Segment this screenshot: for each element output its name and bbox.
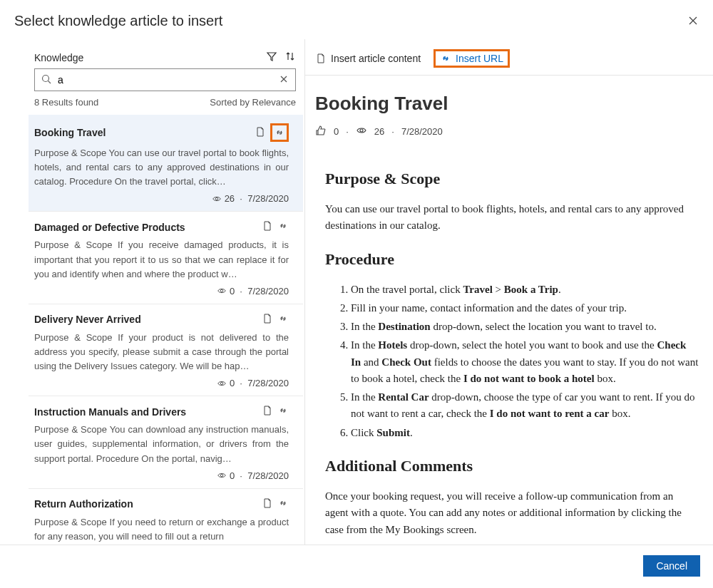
article-meta: 0 · 26 · 7/28/2020 bbox=[315, 125, 703, 138]
article-title: Booking Travel bbox=[315, 93, 703, 115]
svg-point-2 bbox=[43, 75, 49, 81]
insert-content-icon[interactable] bbox=[255, 126, 266, 140]
result-title: Instruction Manuals and Drivers bbox=[34, 406, 186, 418]
insert-content-icon[interactable] bbox=[262, 405, 273, 418]
svg-point-11 bbox=[360, 129, 363, 132]
result-item[interactable]: Damaged or Defective ProductsPurpose & S… bbox=[29, 212, 303, 304]
svg-point-7 bbox=[220, 290, 223, 293]
search-input-wrapper[interactable] bbox=[34, 68, 296, 91]
result-title: Delivery Never Arrived bbox=[34, 314, 141, 325]
close-icon[interactable] bbox=[687, 14, 699, 29]
article-panel: Insert article content Insert URL Bookin… bbox=[305, 39, 713, 545]
article-date: 7/28/2020 bbox=[401, 126, 443, 137]
insert-link-icon[interactable] bbox=[270, 123, 289, 142]
article-body: Purpose & ScopeYou can use our travel po… bbox=[315, 167, 703, 538]
result-meta: 0 · 7/28/2020 bbox=[34, 378, 289, 388]
insert-link-icon[interactable] bbox=[277, 220, 289, 234]
svg-line-3 bbox=[48, 81, 51, 83]
result-item[interactable]: Booking TravelPurpose & Scope You can us… bbox=[29, 115, 303, 212]
views-icon bbox=[356, 125, 367, 138]
result-snippet: Purpose & Scope If you receive damaged p… bbox=[34, 238, 289, 281]
filter-icon[interactable] bbox=[266, 51, 277, 64]
insert-link-icon[interactable] bbox=[277, 313, 289, 326]
insert-content-icon[interactable] bbox=[262, 497, 273, 511]
search-icon bbox=[41, 73, 52, 87]
views-count: 26 bbox=[374, 126, 384, 137]
result-meta: 26 · 7/28/2020 bbox=[34, 193, 289, 204]
results-list[interactable]: Booking TravelPurpose & Scope You can us… bbox=[29, 115, 304, 545]
insert-link-icon[interactable] bbox=[277, 405, 289, 418]
result-snippet: Purpose & Scope You can download any ins… bbox=[34, 423, 289, 465]
result-snippet: Purpose & Scope You can use our travel p… bbox=[34, 146, 289, 189]
search-input[interactable] bbox=[58, 74, 272, 86]
modal-title: Select knowledge article to insert bbox=[14, 13, 222, 29]
result-meta: 0 · 7/28/2020 bbox=[34, 286, 289, 296]
modal-header: Select knowledge article to insert bbox=[0, 0, 713, 39]
tab-insert-content[interactable]: Insert article content bbox=[315, 53, 421, 64]
like-count: 0 bbox=[334, 126, 339, 137]
result-snippet: Purpose & Scope If you need to return or… bbox=[34, 515, 289, 544]
insert-content-icon[interactable] bbox=[262, 313, 273, 326]
tab-insert-url-label: Insert URL bbox=[456, 53, 503, 64]
result-title: Return Authorization bbox=[34, 498, 133, 510]
result-meta: 0 · 7/28/2020 bbox=[34, 470, 289, 481]
result-snippet: Purpose & Scope If your product is not d… bbox=[34, 331, 289, 373]
sort-icon[interactable] bbox=[284, 51, 296, 64]
svg-point-6 bbox=[215, 197, 218, 200]
tab-insert-content-label: Insert article content bbox=[331, 53, 421, 64]
svg-point-9 bbox=[220, 474, 223, 477]
result-item[interactable]: Instruction Manuals and DriversPurpose &… bbox=[29, 396, 303, 488]
knowledge-label: Knowledge bbox=[34, 52, 83, 63]
insert-content-icon[interactable] bbox=[262, 220, 273, 234]
like-icon[interactable] bbox=[315, 125, 327, 138]
cancel-button[interactable]: Cancel bbox=[643, 555, 700, 577]
knowledge-panel: Knowledge 8 Results found Sorted by Rele… bbox=[0, 39, 305, 545]
clear-search-icon[interactable] bbox=[278, 73, 289, 87]
sort-label: Sorted by Relevance bbox=[210, 97, 296, 108]
results-count: 8 Results found bbox=[34, 97, 98, 108]
insert-link-icon[interactable] bbox=[277, 497, 289, 511]
result-item[interactable]: Delivery Never ArrivedPurpose & Scope If… bbox=[29, 304, 303, 396]
svg-point-8 bbox=[220, 382, 223, 385]
result-item[interactable]: Return AuthorizationPurpose & Scope If y… bbox=[29, 489, 303, 545]
tab-insert-url[interactable]: Insert URL bbox=[434, 49, 510, 68]
result-title: Booking Travel bbox=[34, 127, 106, 138]
modal-footer: Cancel bbox=[0, 545, 713, 587]
result-title: Damaged or Defective Products bbox=[34, 222, 185, 233]
